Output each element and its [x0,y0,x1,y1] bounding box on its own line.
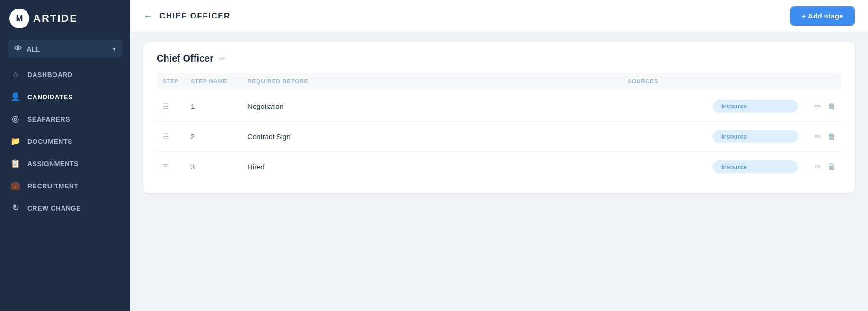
source-badge-2: Insource [713,130,798,143]
drag-handle-1[interactable]: ☰ [162,102,191,111]
filter-label: ALL [27,45,40,53]
eye-icon: 👁 [14,44,22,53]
sidebar: M ARTIDE 👁 ALL ▾ ⌂ DASHBOARD 👤 CANDIDATE… [0,0,130,311]
delete-row-2-button[interactable]: 🗑 [828,132,836,142]
card-header: Chief Officer ✏ [157,53,841,64]
assignments-icon: 📋 [10,159,21,169]
chevron-down-icon: ▾ [113,45,116,53]
col-required-before: REQUIRED BEFORE [248,78,628,85]
step-number-3: 3 [191,163,248,171]
step-name-3: Hired [248,163,628,171]
page-title: CHIEF OFFICER [159,11,230,21]
sidebar-item-label: SEAFARERS [27,116,70,123]
edit-row-1-button[interactable]: ✏ [815,101,821,111]
delete-row-3-button[interactable]: 🗑 [828,162,836,172]
logo: M ARTIDE [0,0,130,37]
candidates-icon: 👤 [10,92,21,102]
col-actions-2 [798,78,836,85]
sidebar-item-label: CREW CHANGE [27,204,81,212]
delete-row-1-button[interactable]: 🗑 [828,102,836,111]
sidebar-item-recruitment[interactable]: 💼 RECRUITMENT [4,175,126,196]
recruitment-icon: 💼 [10,181,21,191]
page-header: ← CHIEF OFFICER + Add stage [130,0,868,32]
edit-row-2-button[interactable]: ✏ [815,132,821,142]
main-content: ← CHIEF OFFICER + Add stage Chief Office… [130,0,868,311]
sidebar-item-assignments[interactable]: 📋 ASSIGNMENTS [4,153,126,174]
sidebar-item-candidates[interactable]: 👤 CANDIDATES [4,86,126,107]
sidebar-item-dashboard[interactable]: ⌂ DASHBOARD [4,64,126,85]
header-left: ← CHIEF OFFICER [143,10,230,21]
source-badge-3: Insource [713,160,798,173]
col-step: STEP [162,78,191,85]
sidebar-item-label: DASHBOARD [27,71,73,79]
step-name-2: Contract Sign [248,133,628,141]
documents-icon: 📁 [10,136,21,146]
row-actions-1: ✏ 🗑 [798,101,836,111]
logo-text: ARTIDE [33,12,78,25]
col-sources: SOURCES [628,78,713,85]
row-actions-3: ✏ 🗑 [798,162,836,172]
row-actions-2: ✏ 🗑 [798,132,836,142]
filter-dropdown[interactable]: 👁 ALL ▾ [8,40,123,58]
crew-change-icon: ↻ [10,203,21,213]
sidebar-item-label: RECRUITMENT [27,182,78,190]
main-card: Chief Officer ✏ STEP STEP NAME REQUIRED … [143,42,855,193]
table-header: STEP STEP NAME REQUIRED BEFORE SOURCES [157,73,841,89]
table-row: ☰ 3 Hired Insource ✏ 🗑 [157,152,841,182]
col-actions-1 [713,78,798,85]
source-badge-1: Insource [713,100,798,113]
card-title: Chief Officer [157,53,213,64]
sidebar-item-crew-change[interactable]: ↻ CREW CHANGE [4,197,126,219]
edit-title-button[interactable]: ✏ [219,54,225,63]
logo-icon: M [9,9,29,28]
step-name-1: Negotiation [248,102,628,110]
sidebar-item-label: CANDIDATES [27,93,73,101]
sidebar-item-documents[interactable]: 📁 DOCUMENTS [4,131,126,152]
filter-label-group: 👁 ALL [14,44,40,53]
table-row: ☰ 2 Contract Sign Insource ✏ 🗑 [157,122,841,152]
col-step-name: STEP NAME [191,78,248,85]
sidebar-item-seafarers[interactable]: ◎ SEAFARERS [4,108,126,130]
sidebar-item-label: DOCUMENTS [27,138,72,145]
step-number-2: 2 [191,133,248,141]
edit-row-3-button[interactable]: ✏ [815,162,821,172]
drag-handle-2[interactable]: ☰ [162,132,191,141]
drag-handle-3[interactable]: ☰ [162,162,191,171]
table-row: ☰ 1 Negotiation Insource ✏ 🗑 [157,91,841,122]
sidebar-nav: ⌂ DASHBOARD 👤 CANDIDATES ◎ SEAFARERS 📁 D… [0,64,130,219]
step-number-1: 1 [191,102,248,110]
seafarers-icon: ◎ [10,114,21,124]
sidebar-item-label: ASSIGNMENTS [27,160,79,168]
home-icon: ⌂ [10,70,21,80]
add-stage-button[interactable]: + Add stage [790,6,855,26]
page-content: Chief Officer ✏ STEP STEP NAME REQUIRED … [130,32,868,311]
back-button[interactable]: ← [143,10,153,21]
